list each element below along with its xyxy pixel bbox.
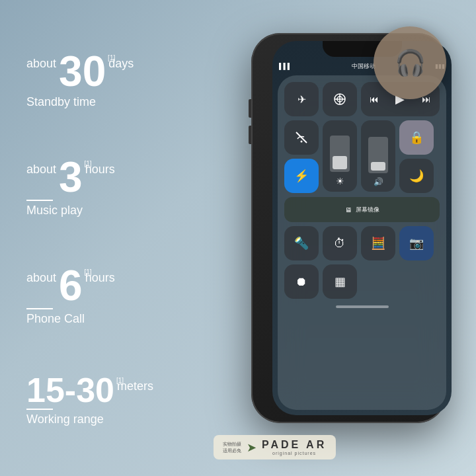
brightness-icon: ☀ [336, 176, 344, 186]
svg-point-5 [301, 141, 303, 143]
watermark-brand-text: PADE AR [262, 439, 327, 451]
home-indicator [336, 305, 389, 308]
phone-screen: ▌▌▌ 中国移动 ▮▮▮ ✈ ⏮ ▶ ⏭ [272, 41, 452, 415]
cc-lock-rotation-btn[interactable]: 🔒 [399, 120, 434, 155]
cc-airplane-btn[interactable]: ✈ [284, 82, 319, 116]
cc-bottom-row-2: ⏺ ▦ [284, 264, 440, 299]
watermark: 实物拍摄 适用必免 ➤ PADE AR original pictures [214, 435, 336, 459]
cc-brightness-slider[interactable]: ☀ [323, 120, 357, 192]
cc-qr-btn[interactable]: ▦ [323, 264, 357, 299]
cc-timer-btn[interactable]: ⏱ [323, 226, 357, 260]
cc-calculator-btn[interactable]: 🧮 [361, 226, 395, 260]
stat-standby-number: 30 [59, 48, 106, 95]
stat-standby-label: Standby time [26, 95, 96, 109]
stats-panel: about 30 [1] days Standby time about 3 [… [20, 0, 198, 476]
watermark-line1: 实物拍摄 [223, 441, 241, 447]
phone: ▌▌▌ 中国移动 ▮▮▮ ✈ ⏮ ▶ ⏭ [238, 33, 463, 443]
headphone-icon: 🎧 [395, 48, 426, 77]
signal-icon: ▌▌▌ [279, 63, 292, 69]
watermark-left-text: 实物拍摄 适用必免 [223, 441, 241, 453]
watermark-sub-text: original pictures [272, 451, 316, 456]
stat-music-about: about [26, 163, 56, 177]
prev-icon[interactable]: ⏮ [370, 94, 379, 104]
stat-range-label: Working range [26, 413, 104, 426]
phone-volume-down [249, 126, 251, 144]
cc-camera-btn[interactable]: 📷 [399, 226, 434, 260]
headphone-circle: 🎧 [374, 26, 446, 99]
screen-mirror-label: 屏幕镜像 [356, 206, 379, 214]
cc-row-2: ⚡ ☀ 🔊 [284, 120, 440, 193]
stat-phonecall-about: about [26, 271, 56, 285]
cc-screen-mirror-btn[interactable]: 🖥 屏幕镜像 [284, 197, 440, 222]
cc-moon-btn[interactable]: 🌙 [399, 159, 434, 193]
watermark-arrow-icon: ➤ [247, 440, 257, 455]
watermark-line2: 适用必免 [223, 448, 241, 454]
stat-phonecall-underline [26, 308, 53, 309]
stat-standby-about: about [26, 57, 56, 71]
carrier-label: 中国移动 [352, 62, 376, 71]
watermark-brand: PADE AR original pictures [262, 439, 327, 456]
phone-volume-up [249, 99, 251, 118]
cc-record-btn[interactable]: ⏺ [284, 264, 319, 299]
stat-phonecall-number: 6 [59, 262, 83, 309]
stat-music-label: Music play [26, 204, 83, 218]
stat-music-number: 3 [59, 153, 83, 201]
cc-bottom-row: 🔦 ⏱ 🧮 📷 [284, 226, 440, 260]
stat-range: 15-30 [1] meters Working range [20, 373, 198, 426]
stat-range-footnote: [1] [116, 377, 124, 384]
stat-music: about 3 [1] hours Music play [20, 156, 198, 218]
cc-volume-slider[interactable]: 🔊 [361, 120, 395, 192]
stat-standby: about 30 [1] days Standby time [20, 50, 198, 109]
cc-wifi-btn[interactable] [284, 120, 319, 155]
cc-bluetooth-btn[interactable]: ⚡ [284, 159, 319, 193]
monitor-icon: 🖥 [345, 206, 352, 214]
stat-range-number: 15-30 [26, 371, 114, 409]
stat-phonecall: about 6 [1] hours Phone Call [20, 264, 198, 326]
stat-phonecall-label: Phone Call [26, 312, 85, 326]
stat-standby-footnote: [1] [108, 54, 115, 61]
stat-music-footnote: [1] [85, 160, 92, 167]
stat-phonecall-footnote: [1] [85, 268, 92, 276]
cc-cellular-btn[interactable] [323, 82, 357, 116]
volume-icon: 🔊 [374, 177, 383, 186]
cc-torch-btn[interactable]: 🔦 [284, 226, 319, 260]
control-center: ✈ ⏮ ▶ ⏭ ⚡ [278, 75, 446, 410]
stat-music-underline [26, 200, 53, 201]
